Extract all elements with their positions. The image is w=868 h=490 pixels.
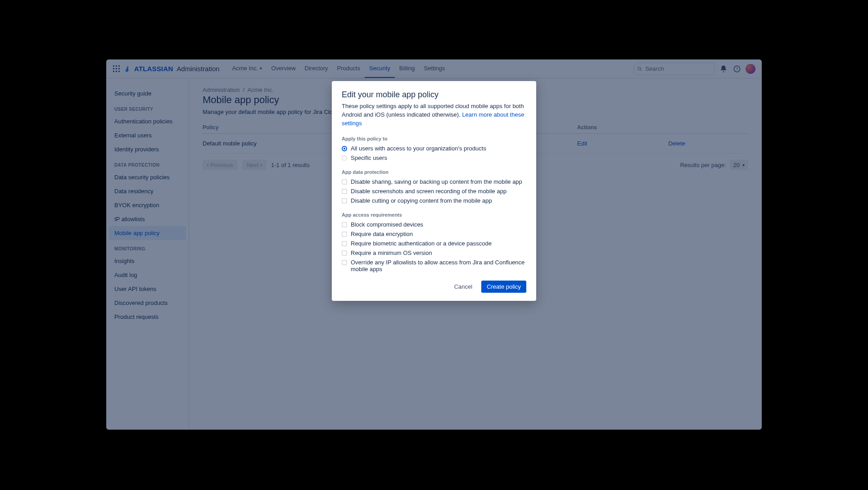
checkbox-icon	[342, 241, 347, 246]
checkbox-icon	[342, 250, 347, 256]
apply-option-all-users[interactable]: All users with access to your organizati…	[342, 145, 526, 152]
access-block-compromised[interactable]: Block compromised devices	[342, 221, 526, 228]
checkbox-icon	[342, 260, 347, 265]
protection-disable-sharing[interactable]: Disable sharing, saving or backing up co…	[342, 178, 526, 185]
protection-disable-copying[interactable]: Disable cutting or copying content from …	[342, 197, 526, 204]
access-require-os-version[interactable]: Require a minimum OS version	[342, 250, 526, 256]
modal-intro: These policy settings apply to all suppo…	[342, 102, 526, 128]
apply-option-specific-users[interactable]: Specific users	[342, 154, 526, 161]
access-requirements-label: App access requirements	[342, 212, 526, 218]
checkbox-icon	[342, 179, 347, 185]
access-require-encryption[interactable]: Require data encryption	[342, 231, 526, 237]
protection-disable-screenshots[interactable]: Disable screenshots and screen recording…	[342, 188, 526, 195]
cancel-button[interactable]: Cancel	[450, 281, 477, 293]
checkbox-icon	[342, 231, 347, 237]
data-protection-label: App data protection	[342, 169, 526, 175]
edit-policy-modal: Edit your mobile app policy These policy…	[332, 81, 536, 301]
checkbox-icon	[342, 189, 347, 194]
apply-policy-label: Apply this policy to	[342, 136, 526, 141]
radio-icon	[342, 155, 347, 161]
checkbox-icon	[342, 222, 347, 227]
modal-overlay[interactable]: Edit your mobile app policy These policy…	[106, 59, 762, 430]
checkbox-icon	[342, 198, 347, 204]
access-require-biometric[interactable]: Require biometric authentication or a de…	[342, 240, 526, 247]
radio-icon	[342, 146, 347, 151]
create-policy-button[interactable]: Create policy	[481, 281, 526, 293]
modal-title: Edit your mobile app policy	[342, 90, 526, 100]
access-override-ip-allowlists[interactable]: Override any IP allowlists to allow acce…	[342, 259, 526, 272]
